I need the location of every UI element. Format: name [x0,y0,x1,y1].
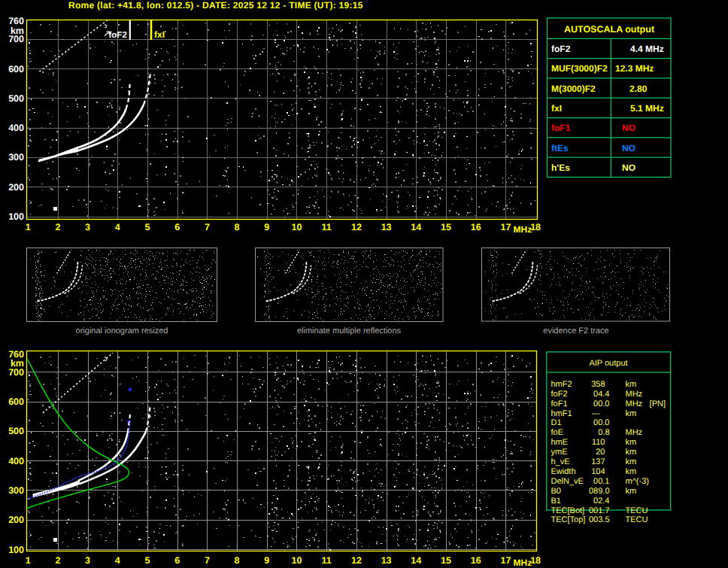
svg-text:m^(-3): m^(-3) [626,477,649,486]
svg-text:089.0: 089.0 [589,487,610,496]
svg-text:17: 17 [500,555,511,566]
svg-text:MHz: MHz [626,428,643,437]
svg-text:B1: B1 [551,497,561,506]
svg-text:00.0: 00.0 [593,399,609,409]
svg-text:12.3 MHz: 12.3 MHz [615,63,654,74]
svg-text:18: 18 [530,555,541,566]
svg-text:6: 6 [174,222,180,232]
svg-text:20: 20 [596,448,605,457]
svg-text:11: 11 [322,222,332,232]
svg-text:hmE: hmE [551,438,569,447]
svg-text:foF2: foF2 [551,44,571,54]
svg-text:16: 16 [471,222,481,232]
svg-text:NO: NO [622,163,635,173]
svg-text:15: 15 [441,555,451,566]
svg-text:700: 700 [8,367,24,378]
svg-text:fxI: fxI [154,29,165,40]
svg-text:0.8: 0.8 [598,428,609,437]
svg-text:evidence F2 trace: evidence F2 trace [543,327,608,336]
svg-text:104: 104 [591,467,605,476]
svg-text:300: 300 [8,152,24,163]
svg-text:ymE: ymE [551,448,568,457]
svg-text:12: 12 [351,555,362,566]
svg-text:700: 700 [8,34,24,44]
svg-text:7: 7 [205,222,210,232]
svg-text:00.0: 00.0 [593,418,609,427]
svg-text:---: --- [592,409,600,418]
svg-text:14: 14 [411,222,421,232]
svg-text:TECU: TECU [626,506,648,515]
svg-text:003.5: 003.5 [589,515,610,524]
svg-text:4: 4 [115,555,120,566]
svg-text:DelN_vE: DelN_vE [551,477,584,486]
svg-text:5: 5 [145,555,150,566]
svg-text:TECU: TECU [626,515,648,524]
svg-text:13: 13 [381,222,392,232]
svg-text:9: 9 [264,555,269,566]
svg-text:km: km [626,457,637,466]
svg-text:NO: NO [622,123,635,133]
svg-text:5: 5 [145,222,150,232]
svg-text:600: 600 [8,396,24,407]
svg-text:Rome (lat: +41.8, lon: 012.5): Rome (lat: +41.8, lon: 012.5) - DATE: 20… [68,0,363,11]
svg-text:7: 7 [205,555,210,566]
svg-text:4: 4 [115,222,120,232]
svg-text:1: 1 [26,555,31,566]
svg-text:001.7: 001.7 [589,506,610,515]
svg-text:17: 17 [500,222,511,232]
svg-text:B0: B0 [551,487,561,496]
svg-text:M(3000)F2: M(3000)F2 [551,84,596,94]
svg-text:12: 12 [351,222,362,232]
svg-text:AIP output: AIP output [589,359,627,368]
svg-text:10: 10 [292,555,302,566]
svg-text:Ewidth: Ewidth [551,467,576,476]
svg-text:4.4 MHz: 4.4 MHz [630,44,664,54]
svg-text:h_vE: h_vE [551,457,570,466]
svg-text:2: 2 [55,555,60,566]
svg-text:600: 600 [8,64,24,74]
svg-text:8: 8 [235,222,240,232]
svg-text:18: 18 [530,222,541,232]
svg-text:TEC[Top]: TEC[Top] [551,515,586,524]
svg-text:foF2: foF2 [551,390,568,399]
svg-text:500: 500 [8,426,24,436]
svg-text:km: km [626,448,637,457]
svg-text:eliminate multiple reflections: eliminate multiple reflections [297,327,402,336]
svg-text:MHz: MHz [626,390,643,399]
svg-text:11: 11 [322,555,332,566]
svg-text:km: km [626,487,637,496]
svg-text:6: 6 [174,555,180,566]
svg-text:200: 200 [8,182,24,193]
svg-text:D1: D1 [551,418,562,427]
svg-text:9: 9 [264,222,269,232]
svg-text:foF1: foF1 [551,123,571,133]
svg-text:358: 358 [591,380,605,389]
svg-text:400: 400 [8,123,24,133]
svg-text:5.1 MHz: 5.1 MHz [630,103,664,114]
svg-text:200: 200 [8,515,24,525]
svg-text:100: 100 [8,211,24,222]
svg-text:NO: NO [622,143,635,153]
svg-text:110: 110 [592,438,605,447]
svg-text:500: 500 [8,93,24,104]
svg-text:km: km [626,409,637,418]
svg-text:TEC[Bot]: TEC[Bot] [551,506,585,515]
svg-text:100: 100 [8,545,24,555]
svg-text:400: 400 [8,456,24,466]
svg-text:13: 13 [381,555,392,566]
svg-text:3: 3 [85,555,90,566]
svg-text:MUF(3000)F2: MUF(3000)F2 [551,63,608,74]
svg-text:15: 15 [441,222,451,232]
svg-text:hmF2: hmF2 [551,380,572,389]
svg-text:fxI: fxI [551,103,562,114]
svg-text:[PN]: [PN] [650,399,666,409]
svg-text:137: 137 [591,457,605,466]
svg-text:300: 300 [8,485,24,496]
svg-text:3: 3 [85,222,90,232]
svg-text:h'Es: h'Es [551,163,570,173]
svg-text:10: 10 [292,222,302,232]
svg-text:km: km [626,438,637,447]
svg-text:km: km [626,467,637,476]
svg-text:00.1: 00.1 [593,477,609,486]
svg-text:MHz: MHz [514,557,532,568]
